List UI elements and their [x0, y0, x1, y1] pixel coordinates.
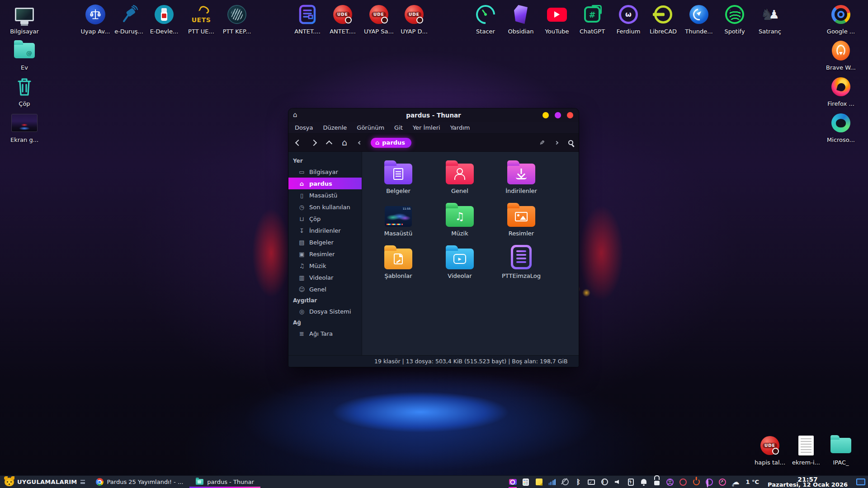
sidebar-item-cop[interactable]: ⊔ Çöp	[288, 213, 362, 225]
file-pttimzalog[interactable]: PTTEimzaLog	[494, 243, 548, 279]
desktop-icon-uyap-d[interactable]: UYAP D...	[393, 3, 435, 35]
sidebar-item-bilgisayar[interactable]: ▭ Bilgisayar	[288, 166, 362, 178]
clipboard-icon[interactable]	[627, 478, 635, 486]
file-videolar[interactable]: Videolar	[433, 243, 487, 279]
breadcrumb-scroll-left-icon[interactable]	[355, 138, 364, 147]
task-chrome-window[interactable]: Pardus 25 Yayımlandı! - ...	[90, 476, 190, 488]
sidebar-item-resimler[interactable]: ▣ Resimler	[288, 248, 362, 260]
desktop-icon-bilgisayar[interactable]: Bilgisayar	[4, 3, 45, 35]
signal-strength-icon[interactable]	[548, 478, 556, 486]
system-tray: 1 °C 21:57 Pazartesi, 12 Ocak 2026	[509, 476, 868, 488]
purple-document-icon	[511, 245, 532, 269]
display-settings-icon[interactable]	[587, 478, 595, 486]
sticky-note-tray-icon[interactable]	[535, 478, 543, 486]
desktop-icon-ptt-kep[interactable]: PTT KEP...	[216, 3, 258, 35]
screen-lock-icon[interactable]	[653, 478, 661, 486]
up-button[interactable]	[325, 138, 334, 147]
user-switch-icon[interactable]	[666, 478, 674, 486]
desktop-icon-cop[interactable]: Çöp	[4, 75, 45, 107]
maximize-button[interactable]	[555, 112, 561, 118]
desktop-icon-brave[interactable]: Brave W...	[820, 39, 862, 71]
back-button[interactable]	[294, 138, 303, 147]
screenshot-tray-icon[interactable]	[509, 478, 517, 486]
breadcrumb-scroll-right-icon[interactable]	[552, 138, 561, 147]
desktop-icon-e-devlet[interactable]: E-Devle...	[143, 3, 185, 35]
file-belgeler[interactable]: Belgeler	[371, 158, 425, 194]
desktop-icon-satranc[interactable]: Satranç	[749, 3, 791, 35]
power-icon[interactable]	[692, 478, 700, 486]
desktop-icon-antet-ude[interactable]: ANTET....	[322, 3, 363, 35]
home-button[interactable]: ⌂	[340, 138, 349, 147]
info-icon[interactable]	[600, 478, 609, 486]
weather-icon[interactable]	[731, 478, 740, 486]
volume-icon[interactable]	[613, 478, 622, 486]
desktop-icon-label: Ev	[4, 64, 45, 71]
desktop-icon-ev[interactable]: Ev	[4, 39, 45, 71]
file-masaustu[interactable]: 11:55 Masaüstü	[371, 201, 425, 237]
network-disabled-icon[interactable]	[561, 478, 569, 486]
close-button[interactable]	[567, 112, 573, 118]
desktop-icon-ekran-goruntusu[interactable]: Ekran g...	[4, 111, 45, 143]
clock[interactable]: 21:57 Pazartesi, 12 Ocak 2026	[768, 477, 848, 488]
temperature-text[interactable]: 1 °C	[745, 479, 759, 485]
file-resimler[interactable]: Resimler	[494, 201, 548, 237]
computer-icon	[15, 8, 34, 21]
menu-git[interactable]: Git	[394, 124, 403, 131]
folder-download-icon	[507, 164, 535, 184]
ude-badge-icon	[333, 5, 352, 24]
librecad-icon	[654, 5, 672, 23]
file-muzik[interactable]: Müzik	[433, 201, 487, 237]
sidebar-item-genel[interactable]: ☺ Genel	[288, 283, 362, 295]
desktop-icon-obsidian[interactable]: Obsidian	[500, 3, 542, 35]
sidebar-item-agi-tara[interactable]: ≣ Ağı Tara	[288, 328, 362, 339]
task-list-tray-icon[interactable]	[522, 478, 530, 486]
desktop-icon-google[interactable]: Google ...	[820, 3, 862, 35]
applications-menu-button[interactable]: UYGULAMALARIM	[0, 476, 90, 488]
sidebar-item-indirilenler[interactable]: ↧ İndirilenler	[288, 225, 362, 236]
edit-path-icon[interactable]: ✎	[539, 139, 545, 146]
breadcrumb[interactable]: ⌂ pardus	[371, 138, 411, 148]
sidebar-item-label: Belgeler	[309, 239, 334, 246]
menu-duzenle[interactable]: Düzenle	[323, 124, 347, 131]
breadcrumb-label: pardus	[382, 139, 405, 146]
desktop-icon-edge[interactable]: Microso...	[820, 111, 862, 143]
sidebar-item-muzik[interactable]: ♫ Müzik	[288, 260, 362, 272]
notifications-bell-icon[interactable]	[640, 478, 648, 486]
sidebar-item-son-kullanilan[interactable]: ◷ Son kullanılan	[288, 201, 362, 213]
menu-gorunum[interactable]: Görünüm	[357, 124, 384, 131]
media-pause-icon[interactable]	[679, 478, 687, 486]
task-thunar-window[interactable]: pardus - Thunar	[189, 476, 260, 488]
sidebar-header-yer: Yer	[288, 155, 362, 166]
desktop-icon-label: ANTET....	[322, 28, 363, 35]
sidebar-item-masaustu[interactable]: ▯ Masaüstü	[288, 189, 362, 201]
titlebar[interactable]: ⌂ pardus - Thunar	[288, 108, 579, 122]
sidebar-item-videolar[interactable]: ▥ Videolar	[288, 272, 362, 283]
search-icon[interactable]	[568, 140, 573, 145]
computer-icon: ▭	[298, 169, 305, 175]
menu-dosya[interactable]: Dosya	[295, 124, 313, 131]
menu-yardim[interactable]: Yardım	[450, 124, 470, 131]
forward-button[interactable]	[309, 138, 318, 147]
desktop-icon-hapis-tal[interactable]: hapis tal...	[749, 434, 791, 466]
file-genel[interactable]: Genel	[433, 158, 487, 194]
sidebar-item-belgeler[interactable]: ▤ Belgeler	[288, 236, 362, 248]
file-name: Resimler	[494, 230, 548, 237]
desktop-icon-firefox[interactable]: Firefox ...	[820, 75, 862, 107]
show-desktop-button[interactable]	[856, 479, 865, 485]
bluetooth-icon[interactable]	[574, 478, 582, 486]
clock-date: Pazartesi, 12 Ocak 2026	[768, 482, 848, 488]
menu-yer-imleri[interactable]: Yer İmleri	[413, 124, 440, 131]
sidebar-item-pardus[interactable]: ⌂ pardus	[288, 178, 362, 189]
file-indirilenler[interactable]: İndirilenler	[494, 158, 548, 194]
desktop-icon-chatgpt[interactable]: ChatGPT	[571, 3, 613, 35]
home-icon: ⌂	[298, 180, 305, 187]
sidebar-item-dosya-sistemi[interactable]: ◎ Dosya Sistemi	[288, 305, 362, 317]
desktop-icon-label: Bilgisayar	[4, 28, 45, 35]
session-target-icon[interactable]	[705, 478, 713, 486]
launcher-arrow-icon[interactable]	[718, 478, 726, 486]
minimize-button[interactable]	[542, 112, 549, 118]
desktop-icon-ipac[interactable]: IPAC_	[820, 434, 862, 466]
file-view[interactable]: Belgeler Genel İndirilenler 11:55 Masaüs…	[362, 152, 579, 355]
desktop-icon-label: Google ...	[820, 28, 862, 35]
file-sablonlar[interactable]: Şablonlar	[371, 243, 425, 279]
